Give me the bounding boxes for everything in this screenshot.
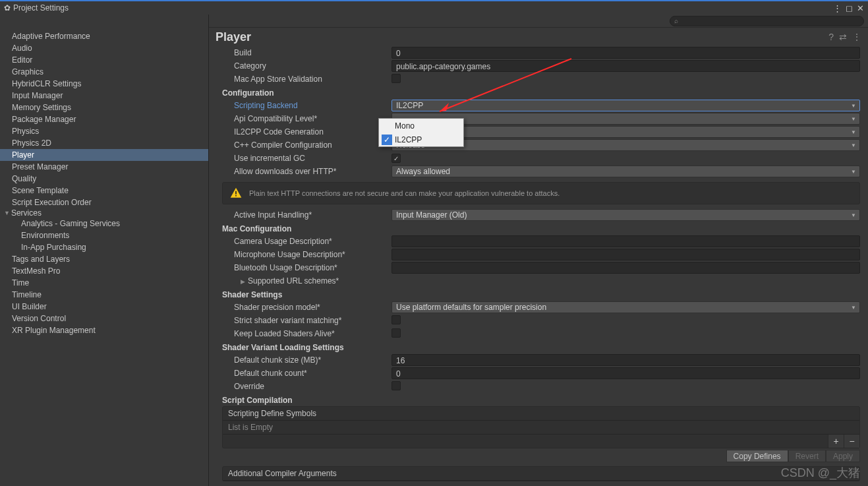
list-add-button[interactable]: + xyxy=(828,435,844,448)
chevron-down-icon: ▼ xyxy=(851,103,856,109)
sidebar-item[interactable]: Script Execution Order xyxy=(0,197,208,208)
active-input-dropdown[interactable]: Input Manager (Old)▼ xyxy=(391,209,860,221)
field-label: Active Input Handling* xyxy=(222,210,391,220)
list-remove-button[interactable]: − xyxy=(844,435,859,448)
incremental-gc-checkbox[interactable] xyxy=(391,154,401,163)
http-warning-box: Plain text HTTP connections are not secu… xyxy=(222,182,860,204)
sidebar-item[interactable]: Audio xyxy=(0,42,208,54)
chevron-down-icon: ▼ xyxy=(851,142,856,148)
content-scroll[interactable]: Build0 Categorypublic.app-category.games… xyxy=(209,46,868,486)
chevron-down-icon: ▼ xyxy=(851,129,856,135)
sidebar-item[interactable]: Preset Manager xyxy=(0,161,208,173)
search-input[interactable]: ⌕ xyxy=(670,16,864,26)
mic-desc-input[interactable] xyxy=(391,249,860,260)
chevron-down-icon: ▼ xyxy=(851,116,856,122)
define-symbols-list: Scripting Define Symbols List is Empty +… xyxy=(222,406,860,448)
popup-option-il2cpp[interactable]: ✓IL2CPP xyxy=(379,133,463,146)
sidebar: Adaptive Performance Audio Editor Graphi… xyxy=(0,15,209,486)
keep-loaded-checkbox[interactable] xyxy=(391,328,401,338)
field-label: IL2CPP Code Generation xyxy=(222,127,391,137)
sidebar-item[interactable]: XR Plugin Management xyxy=(0,324,208,336)
searchbar: ⌕ xyxy=(209,15,868,28)
sidebar-item[interactable]: Input Manager xyxy=(0,90,208,102)
field-label: Override xyxy=(222,382,391,391)
bt-desc-input[interactable] xyxy=(391,262,860,274)
revert-button[interactable]: Revert xyxy=(788,450,826,462)
field-label: Shader precision model* xyxy=(222,303,391,312)
titlebar: ✿ Project Settings ⋮ ◻ ✕ xyxy=(0,0,868,15)
sidebar-item[interactable]: Memory Settings xyxy=(0,102,208,113)
copy-defines-button[interactable]: Copy Defines xyxy=(726,450,788,462)
sidebar-item[interactable]: Physics 2D xyxy=(0,137,208,149)
sidebar-item[interactable]: Version Control xyxy=(0,313,208,324)
field-label: Default chunk size (MB)* xyxy=(222,355,391,365)
sidebar-item[interactable]: HybridCLR Settings xyxy=(0,78,208,90)
override-checkbox[interactable] xyxy=(391,381,401,390)
scripting-backend-popup: Mono ✓IL2CPP xyxy=(378,118,464,147)
sidebar-item-player[interactable]: Player xyxy=(0,149,208,161)
warning-icon xyxy=(229,187,243,200)
sidebar-item[interactable]: Package Manager xyxy=(0,113,208,125)
chevron-down-icon: ▼ xyxy=(4,210,10,216)
compiler-args-list: Additional Compiler Arguments xyxy=(222,466,860,481)
chevron-down-icon: ▼ xyxy=(851,169,856,175)
svg-rect-2 xyxy=(235,191,237,195)
sidebar-item[interactable]: Scene Template xyxy=(0,185,208,197)
list-empty-text: List is Empty xyxy=(223,421,859,434)
sidebar-item[interactable]: In-App Purchasing xyxy=(0,241,208,253)
sidebar-item[interactable]: Timeline xyxy=(0,289,208,301)
page-header: Player ? ⇄ ⋮ xyxy=(209,28,868,46)
field-label: Scripting Backend xyxy=(222,101,391,110)
category-input[interactable]: public.app-category.games xyxy=(391,60,860,72)
popup-option-mono[interactable]: Mono xyxy=(379,119,463,133)
settings-preset-icon[interactable]: ⇄ xyxy=(839,32,847,42)
camera-desc-input[interactable] xyxy=(391,235,860,247)
sidebar-item[interactable]: Quality xyxy=(0,173,208,185)
sidebar-item[interactable]: Graphics xyxy=(0,66,208,78)
page-title: Player xyxy=(216,30,823,44)
sidebar-item[interactable]: UI Builder xyxy=(0,301,208,313)
maximize-icon[interactable]: ◻ xyxy=(846,3,853,13)
field-label: Camera Usage Description* xyxy=(222,237,391,246)
macstore-checkbox[interactable] xyxy=(391,74,401,83)
field-label: Default chunk count* xyxy=(222,369,391,378)
field-label: Api Compatibility Level* xyxy=(222,114,391,123)
field-label[interactable]: ▶Supported URL schemes* xyxy=(222,276,391,286)
strict-variant-checkbox[interactable] xyxy=(391,315,401,324)
gear-icon: ✿ xyxy=(4,3,11,13)
sidebar-item[interactable]: Time xyxy=(0,277,208,289)
chevron-down-icon: ▼ xyxy=(851,212,856,218)
sidebar-item[interactable]: Environments xyxy=(0,229,208,241)
svg-rect-3 xyxy=(235,195,237,197)
window-buttons: ⋮ ◻ ✕ xyxy=(833,3,864,13)
field-label: Use incremental GC xyxy=(222,154,391,163)
sidebar-services[interactable]: ▼ Services xyxy=(0,208,208,218)
chunk-count-input[interactable]: 0 xyxy=(391,367,860,379)
sidebar-item[interactable]: Analytics - Gaming Services xyxy=(0,218,208,229)
chunk-size-input[interactable]: 16 xyxy=(391,354,860,366)
sidebar-item[interactable]: Tags and Layers xyxy=(0,253,208,265)
shader-precision-dropdown[interactable]: Use platform defaults for sampler precis… xyxy=(391,301,860,313)
section-configuration: Configuration xyxy=(222,86,860,99)
kebab-icon[interactable]: ⋮ xyxy=(833,3,842,13)
help-icon[interactable]: ? xyxy=(828,32,834,42)
list-header: Scripting Define Symbols xyxy=(223,407,859,421)
field-label: Microphone Usage Description* xyxy=(222,250,391,259)
field-label: Bluetooth Usage Description* xyxy=(222,263,391,272)
section-shader: Shader Settings xyxy=(222,288,860,301)
kebab-icon[interactable]: ⋮ xyxy=(852,32,861,42)
warning-text: Plain text HTTP connections are not secu… xyxy=(249,189,560,197)
apply-button[interactable]: Apply xyxy=(826,450,860,462)
allow-http-dropdown[interactable]: Always allowed▼ xyxy=(391,166,860,177)
scripting-backend-dropdown[interactable]: IL2CPP▼ xyxy=(391,100,860,111)
sidebar-item[interactable]: Adaptive Performance xyxy=(0,30,208,42)
field-label: Build xyxy=(222,48,391,57)
sidebar-item[interactable]: TextMesh Pro xyxy=(0,265,208,277)
close-icon[interactable]: ✕ xyxy=(857,3,864,13)
sidebar-item[interactable]: Physics xyxy=(0,125,208,137)
build-input[interactable]: 0 xyxy=(391,47,860,59)
sidebar-item[interactable]: Editor xyxy=(0,54,208,66)
field-label: Keep Loaded Shaders Alive* xyxy=(222,329,391,338)
section-shader-variant: Shader Variant Loading Settings xyxy=(222,340,860,353)
window-title: Project Settings xyxy=(13,3,833,13)
